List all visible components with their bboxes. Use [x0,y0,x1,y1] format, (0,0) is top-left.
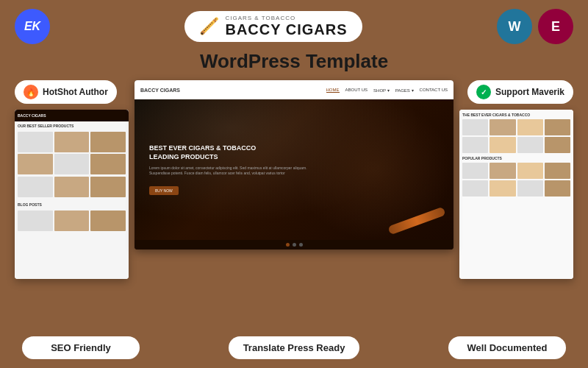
top-right-badges: W E [497,9,573,44]
wordpress-badge: W [497,9,532,44]
pipe-icon: 🪈 [199,17,219,36]
nav-contact: CONTACT US [420,88,448,93]
bottom-row: SEO Friendly Translate Press Ready Well … [15,336,573,359]
cigar-visual [294,99,453,240]
left-blog-grid [15,208,129,279]
page-title: WordPress Template [200,50,388,73]
right-thumb-5 [462,137,488,153]
nav-home: HOME [326,88,340,93]
left-nav: BACCY CIGARS [15,110,129,121]
dot-3[interactable] [299,243,303,247]
pop-thumb-7 [517,180,543,197]
pop-thumb-4 [545,163,570,179]
logo-text: CIGARS & TOBACCO BACCY CIGARS [225,15,347,38]
center-screenshot: BACCY CIGARS HOME ABOUT US SHOP ▾ PAGES … [135,80,453,250]
page-container: EK 🪈 CIGARS & TOBACCO BACCY CIGARS W E W… [0,0,588,368]
right-thumb-4 [545,119,570,135]
center-logo: 🪈 CIGARS & TOBACCO BACCY CIGARS [184,11,362,43]
hotshot-label: HotShot Author [43,87,108,97]
right-section2-title: POPULAR PRODUCTS [462,156,570,160]
product-thumb-1 [18,132,53,152]
right-products-top [462,119,570,153]
pop-thumb-2 [490,163,515,179]
right-thumb-1 [462,119,488,135]
hero-description: Lorem ipsum dolor sit amet, consectetur … [149,166,309,176]
hotshot-author-badge: 🔥 HotShot Author [15,80,117,104]
product-thumb-3 [90,132,126,152]
product-thumb-9 [90,177,126,197]
support-icon: ✓ [476,85,491,99]
center-hero: BEST EVER CIGARS & TOBACCO LEADING PRODU… [135,99,453,240]
left-section2-title: BLOG POSTS [15,200,129,208]
center-nav-logo: BACCY CIGARS [140,88,180,93]
right-screenshot: THE BEST EVER CIGARS & TOBACCO POPULAR P… [459,110,573,279]
documented-badge: Well Documented [448,336,566,359]
hero-dots [135,240,453,250]
center-nav: BACCY CIGARS HOME ABOUT US SHOP ▾ PAGES … [135,80,453,99]
pop-thumb-6 [490,180,515,197]
support-badge: ✓ Support Maverik [467,80,573,104]
cigar-shape [387,207,445,236]
left-section1-title: OUR BEST SELLER PRODUCTS [15,121,129,129]
support-label: Support Maverik [495,87,564,97]
dot-1[interactable] [286,243,290,247]
pop-thumb-3 [517,163,543,179]
right-section1-title: THE BEST EVER CIGARS & TOBACCO [462,113,570,117]
pop-thumb-1 [462,163,488,179]
blog-thumb-1 [18,210,53,231]
right-thumb-6 [490,137,515,153]
left-nav-logo: BACCY CIGARS [18,113,46,118]
right-column: ✓ Support Maverik THE BEST EVER CIGARS &… [459,80,573,279]
elementor-badge: E [538,9,573,44]
product-thumb-6 [90,154,126,174]
product-thumb-5 [54,154,90,174]
pop-thumb-8 [545,180,570,197]
top-row: EK 🪈 CIGARS & TOBACCO BACCY CIGARS W E [15,9,573,44]
left-mock: BACCY CIGARS OUR BEST SELLER PRODUCTS [15,110,129,279]
right-thumb-3 [517,119,543,135]
right-thumb-7 [517,137,543,153]
hero-buy-button[interactable]: BUY NOW [149,186,179,195]
hero-title: BEST EVER CIGARS & TOBACCO LEADING PRODU… [149,144,309,161]
logo-small: CIGARS & TOBACCO [225,15,347,22]
left-screenshot: BACCY CIGARS OUR BEST SELLER PRODUCTS [15,110,129,279]
left-products-grid [15,129,129,200]
blog-thumb-2 [54,210,90,231]
product-thumb-7 [18,177,53,197]
nav-pages: PAGES ▾ [395,88,414,93]
blog-thumb-3 [90,210,126,231]
hotshot-icon: 🔥 [24,85,38,99]
right-thumb-2 [490,119,515,135]
pop-thumb-5 [462,180,488,197]
ek-badge: EK [15,9,50,44]
product-thumb-4 [18,154,53,174]
logo-big: BACCY CIGARS [225,21,347,38]
right-mock: THE BEST EVER CIGARS & TOBACCO POPULAR P… [459,110,573,279]
right-thumb-8 [545,137,570,153]
product-thumb-8 [54,177,90,197]
dot-2[interactable] [293,243,296,247]
hero-text: BEST EVER CIGARS & TOBACCO LEADING PRODU… [149,144,309,195]
center-nav-links: HOME ABOUT US SHOP ▾ PAGES ▾ CONTACT US [326,88,448,93]
seo-badge: SEO Friendly [22,336,140,359]
right-products-popular [462,163,570,197]
translate-badge: Translate Press Ready [229,336,360,359]
product-thumb-2 [54,132,90,152]
content-row: 🔥 HotShot Author BACCY CIGARS OUR BEST S… [15,80,573,329]
left-column: 🔥 HotShot Author BACCY CIGARS OUR BEST S… [15,80,129,279]
nav-about: ABOUT US [345,88,368,93]
nav-shop: SHOP ▾ [373,88,390,93]
